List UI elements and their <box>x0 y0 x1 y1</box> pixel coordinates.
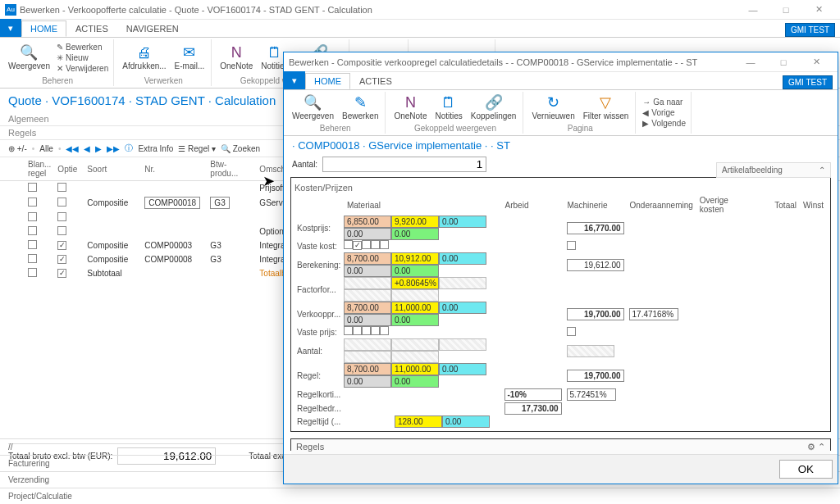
chevron-up-icon: ⌃ <box>819 166 825 175</box>
minimize-button[interactable]: — <box>737 0 769 20</box>
artikelafbeelding-header[interactable]: Artikelafbeelding⌃ <box>716 162 831 178</box>
child-volgende-button[interactable]: ▶ Volgende <box>641 118 687 129</box>
child-close-button[interactable]: ✕ <box>800 52 833 72</box>
caret-tab[interactable]: ▾ <box>0 19 21 37</box>
tab-home[interactable]: HOME <box>21 20 66 37</box>
child-koppelingen-button[interactable]: 🔗Koppelingen <box>468 92 520 123</box>
child-bewerken-button[interactable]: ✎Bewerken <box>339 92 381 123</box>
regels-panel: Regels ⚙ ⌃ ⊕ +/- ◀ ▶ ☰ Regel ▾ ƒ Functie… <box>290 438 831 451</box>
onenote-icon: N <box>402 94 418 111</box>
annotation-arrow: ➤ <box>262 172 275 190</box>
aantal-input[interactable] <box>322 157 486 172</box>
child-page-title: · COMP00018 · GService implementatie · ·… <box>284 136 838 155</box>
child-filterwissen-button[interactable]: ▽Filter wissen <box>580 92 632 123</box>
onenote-icon: N <box>228 44 244 61</box>
child-ribbon: 🔍Weergeven ✎Bewerken Beheren NOneNote 🗒N… <box>284 90 838 136</box>
verwijderen-button[interactable]: ✕ Verwijderen <box>55 63 110 74</box>
magnifier-icon: 🔍 <box>304 94 321 111</box>
regels-header: Regels <box>296 442 324 452</box>
child-title-text: Bewerken - Compositie verkoopregel calcu… <box>289 57 697 67</box>
nav-first[interactable]: ◀◀ <box>66 144 79 153</box>
mail-icon: ✉ <box>181 44 198 61</box>
kosten-panel: Kosten/Prijzen MateriaalArbeid Machineri… <box>290 177 831 432</box>
child-weergeven-button[interactable]: 🔍Weergeven <box>289 92 337 123</box>
child-vernieuwen-button[interactable]: ↻Vernieuwen <box>528 92 578 123</box>
child-vorige-button[interactable]: ◀ Vorige <box>641 107 687 118</box>
refresh-icon: ↻ <box>546 94 562 111</box>
ribbon-group-beheren: Beheren <box>5 75 110 86</box>
note-icon: 🗒 <box>267 44 283 61</box>
ribbon-group-verwerken: Verwerken <box>119 75 208 86</box>
child-minimize-button[interactable]: — <box>734 52 767 72</box>
email-button[interactable]: ✉E-mail... <box>171 39 208 75</box>
expand-icon[interactable]: ⊕ +/- <box>8 144 27 153</box>
extrainfo-label: Extra Info <box>138 144 173 153</box>
child-maximize-button[interactable]: □ <box>767 52 800 72</box>
note-icon: 🗒 <box>441 94 457 111</box>
funnel-x-icon: ▽ <box>597 94 614 111</box>
onenote-button[interactable]: NOneNote <box>217 39 256 75</box>
child-caret-tab[interactable]: ▾ <box>284 71 305 89</box>
info-icon[interactable]: ⓘ <box>125 143 133 154</box>
child-titlebar: Bewerken - Compositie verkoopregel calcu… <box>284 52 838 72</box>
afdrukken-button[interactable]: 🖨Afdrukken... <box>119 39 169 75</box>
aantal-label: Aantal: <box>292 160 317 169</box>
weergeven-button[interactable]: 🔍Weergeven <box>5 39 53 75</box>
child-group-pagina: Pagina <box>528 123 632 134</box>
ok-bar: OK <box>284 454 838 484</box>
main-tabbar: ▾ HOME ACTIES NAVIGEREN GMI TEST <box>0 20 840 38</box>
gmi-test-badge[interactable]: GMI TEST <box>785 23 835 37</box>
child-ganaar-button[interactable]: → Ga naar <box>641 97 687 107</box>
regel-menu[interactable]: ☰ Regel ▾ <box>178 144 216 153</box>
maximize-button[interactable]: □ <box>769 0 802 20</box>
main-title: Bewerken - Verkoopofferte calculatie - Q… <box>20 5 372 15</box>
child-group-beheren: Beheren <box>289 123 381 134</box>
child-notities-button[interactable]: 🗒Notities <box>431 92 465 123</box>
nav-prev[interactable]: ◀ <box>84 144 90 153</box>
child-gmi-badge[interactable]: GMI TEST <box>783 75 833 89</box>
app-icon: Au <box>5 4 16 16</box>
zoeken-button[interactable]: 🔍 Zoeken <box>221 144 260 153</box>
kosten-header: Kosten/Prijzen <box>294 181 827 194</box>
project-panel[interactable]: Project/Calculatie <box>0 488 840 504</box>
nieuw-button[interactable]: ✳ Nieuw <box>55 52 110 63</box>
child-tabbar: ▾ HOME ACTIES GMI TEST <box>284 72 838 90</box>
panel-tools-icon[interactable]: ⚙ ⌃ <box>807 442 825 452</box>
tab-acties[interactable]: ACTIES <box>66 20 117 37</box>
bewerken-button[interactable]: ✎ Bewerken <box>55 42 110 52</box>
child-tab-acties[interactable]: ACTIES <box>350 73 401 89</box>
close-button[interactable]: ✕ <box>802 0 835 20</box>
nav-last[interactable]: ▶▶ <box>107 144 120 153</box>
printer-icon: 🖨 <box>136 44 153 61</box>
main-titlebar: Au Bewerken - Verkoopofferte calculatie … <box>0 0 840 20</box>
child-onenote-button[interactable]: NOneNote <box>390 92 430 123</box>
tab-navigeren[interactable]: NAVIGEREN <box>117 20 188 37</box>
edit-icon: ✎ <box>352 94 368 111</box>
child-tab-home[interactable]: HOME <box>305 73 350 89</box>
child-group-gekoppeld: Gekoppeld weergeven <box>390 123 519 134</box>
ok-button[interactable]: OK <box>779 460 833 479</box>
alle-button[interactable]: Alle <box>39 144 53 153</box>
link-icon: 🔗 <box>486 94 502 111</box>
child-window: Bewerken - Compositie verkoopregel calcu… <box>283 52 838 484</box>
magnifier-icon: 🔍 <box>21 44 37 61</box>
nav-next[interactable]: ▶ <box>95 144 102 153</box>
